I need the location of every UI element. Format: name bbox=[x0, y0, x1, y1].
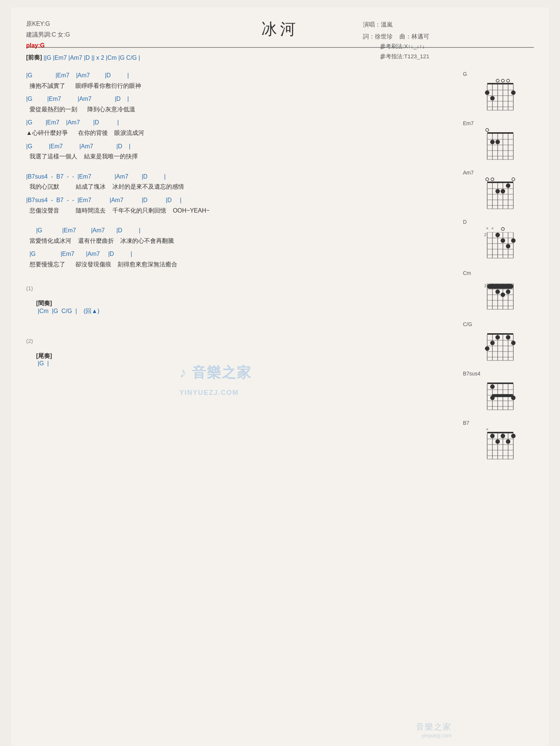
chord-D: D 2 bbox=[459, 219, 541, 263]
intro-label: [前奏] bbox=[26, 54, 42, 62]
original-key: 原KEY:G bbox=[26, 19, 70, 30]
main-content: [前奏] ||G |Em7 |Am7 |D || x 2 |Cm |G C/G … bbox=[26, 54, 441, 374]
chord-Cm-label: Cm bbox=[459, 270, 541, 276]
chord-CG-label: C/G bbox=[459, 321, 541, 327]
svg-text:×: × bbox=[486, 226, 488, 230]
meta-left: 原KEY:G 建議男調:C 女:G play:G bbox=[26, 19, 70, 51]
lyric-line-7: 當愛情化成冰河 還有什麼曲折 冰凍的心不會再翻騰 bbox=[26, 236, 441, 246]
svg-rect-117 bbox=[492, 394, 513, 397]
svg-point-46 bbox=[501, 189, 505, 194]
part1-label: (1) bbox=[26, 285, 441, 291]
chorus: |G |Em7 |Am7 |D | 當愛情化成冰河 還有什麼曲折 冰凍的心不會再… bbox=[26, 226, 441, 269]
svg-rect-88 bbox=[487, 333, 513, 335]
chord-B7sus4-label: B7sus4 bbox=[459, 371, 541, 377]
chord-B7-label: B7 bbox=[459, 420, 541, 426]
chord-CG: C/G bbox=[459, 321, 541, 364]
outro: [尾奏] |G | bbox=[26, 346, 441, 374]
chord-line-2: |G |Em7 |Am7 |D | bbox=[26, 94, 441, 104]
svg-text:2: 2 bbox=[484, 233, 486, 237]
svg-point-65 bbox=[501, 238, 505, 243]
chord-Em7-label: Em7 bbox=[459, 120, 541, 126]
svg-point-12 bbox=[485, 90, 489, 95]
svg-point-14 bbox=[511, 90, 516, 95]
divider bbox=[26, 47, 534, 48]
chord-D-diagram: 2 bbox=[459, 226, 541, 263]
svg-point-16 bbox=[501, 79, 504, 82]
outro-label: [尾奏] bbox=[36, 353, 52, 359]
svg-text:×: × bbox=[491, 226, 494, 230]
part2-label: (2) bbox=[26, 338, 441, 344]
chord-Am7-label: Am7 bbox=[459, 170, 541, 176]
svg-point-119 bbox=[490, 396, 495, 400]
svg-rect-105 bbox=[487, 383, 513, 384]
svg-point-67 bbox=[511, 238, 516, 243]
chord-B7: B7 bbox=[459, 420, 541, 462]
lyric-line-5: 我的心沉默 結成了塊冰 冰封的是來不及遺忘的感情 bbox=[26, 182, 441, 192]
svg-point-135 bbox=[501, 434, 505, 438]
chord-line-5: |B7sus4 - B7 - - |Em7 |Am7 |D | bbox=[26, 172, 441, 182]
svg-point-102 bbox=[495, 335, 500, 340]
svg-point-15 bbox=[496, 79, 499, 82]
chord-Cm: Cm 3 bbox=[459, 270, 541, 315]
svg-point-134 bbox=[495, 439, 500, 444]
svg-point-47 bbox=[506, 183, 510, 188]
svg-rect-121 bbox=[487, 432, 513, 433]
svg-point-85 bbox=[495, 290, 500, 294]
interlude: [間奏] |Cm |G C/G | (回▲) bbox=[26, 293, 441, 322]
lyric-line-6: 悲傷沒聲音 隨時間流去 千年不化的只剩回憶 OOH~YEAH~ bbox=[26, 206, 441, 216]
finger-pattern: 參考指法:T123_121 bbox=[380, 51, 429, 61]
chord-CG-diagram bbox=[459, 329, 541, 364]
svg-point-133 bbox=[490, 434, 495, 438]
lyric-line-1: 擁抱不誠實了 眼睜睜看你敷衍行的眼神 bbox=[26, 81, 441, 91]
interlude-chords: |Cm |G C/G | (回▲) bbox=[36, 308, 100, 314]
chord-line-4: |G |Em7 |Am7 |D | bbox=[26, 142, 441, 151]
music-credit: 曲：林邁可 bbox=[399, 33, 429, 40]
svg-point-13 bbox=[490, 96, 495, 100]
chord-D-label: D bbox=[459, 219, 541, 225]
lyrics-credit: 詞：徐世珍 bbox=[363, 33, 393, 40]
chord-B7sus4: B7sus4 bbox=[459, 371, 541, 413]
chord-Em7-diagram bbox=[459, 128, 541, 163]
chord-G-label: G bbox=[459, 71, 541, 77]
svg-point-104 bbox=[511, 341, 516, 345]
svg-rect-33 bbox=[487, 182, 513, 183]
svg-point-49 bbox=[491, 178, 494, 181]
chord-line-6: |B7sus4 - B7 - - |Em7 |Am7 |D |D | bbox=[26, 195, 441, 205]
svg-point-17 bbox=[507, 79, 510, 82]
verse1: |G |Em7 |Am7 |D | 擁抱不誠實了 眼睜睜看你敷衍行的眼神 |G … bbox=[26, 71, 441, 161]
suggested-key: 建議男調:C 女:G bbox=[26, 30, 70, 40]
svg-point-31 bbox=[495, 140, 500, 144]
lyric-line-4: 我選了這樣一個人 結束是我唯一的抉擇 bbox=[26, 152, 441, 161]
chord-line-3: |G |Em7 |Am7 |D | bbox=[26, 118, 441, 127]
chord-Em7: Em7 bbox=[459, 120, 541, 163]
lyric-line-3: ▲心碎什麼好爭 在你的背後 眼淚流成河 bbox=[26, 128, 441, 138]
svg-point-137 bbox=[511, 434, 516, 438]
svg-point-118 bbox=[490, 384, 495, 389]
chord-G: G bbox=[459, 71, 541, 114]
chord-G-diagram bbox=[459, 78, 541, 114]
chord-sidebar: G bbox=[459, 71, 541, 469]
svg-point-45 bbox=[495, 189, 500, 194]
svg-point-50 bbox=[512, 178, 515, 181]
svg-point-30 bbox=[490, 140, 495, 144]
singer: 演唱：溫嵐 bbox=[363, 19, 429, 31]
svg-rect-0 bbox=[487, 83, 513, 84]
watermark-url: YINYUEZJ.COM bbox=[179, 389, 239, 396]
svg-point-64 bbox=[495, 233, 500, 237]
svg-text:3: 3 bbox=[484, 284, 486, 288]
chord-B7sus4-diagram bbox=[459, 378, 541, 413]
meta-right: 演唱：溫嵐 詞：徐世珍 曲：林邁可 bbox=[363, 19, 429, 43]
interlude-label: [間奏] bbox=[36, 300, 52, 306]
svg-point-103 bbox=[506, 335, 510, 340]
svg-point-48 bbox=[486, 178, 489, 181]
chord-Am7: Am7 bbox=[459, 170, 541, 212]
chord-line-8: |G |Em7 |Am7 |D | bbox=[26, 249, 441, 259]
svg-point-66 bbox=[506, 244, 510, 248]
bottom-wm-url: yinyuezj.com bbox=[416, 733, 452, 739]
header: 原KEY:G 建議男調:C 女:G play:G 冰河 演唱：溫嵐 詞：徐世珍 … bbox=[26, 19, 534, 40]
svg-point-101 bbox=[490, 341, 495, 345]
page-container: 原KEY:G 建議男調:C 女:G play:G 冰河 演唱：溫嵐 詞：徐世珍 … bbox=[11, 7, 549, 746]
svg-rect-84 bbox=[487, 284, 513, 289]
svg-point-86 bbox=[501, 292, 505, 297]
bottom-wm-text: 音樂之家 bbox=[416, 721, 452, 733]
